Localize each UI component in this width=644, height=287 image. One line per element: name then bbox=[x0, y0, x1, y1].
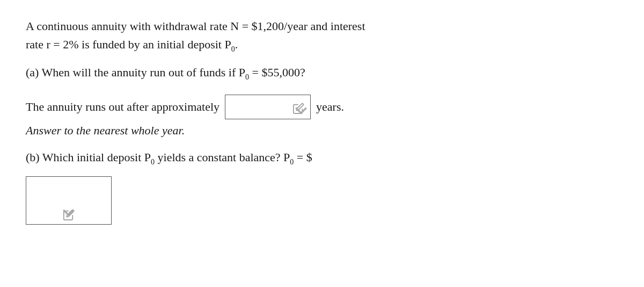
part-b-text: Which initial deposit P bbox=[42, 150, 151, 164]
answer-suffix: years. bbox=[316, 98, 344, 116]
part-a-label: (a) bbox=[26, 66, 39, 79]
part-b-yields: yields a constant balance? P bbox=[155, 150, 290, 164]
problem-intro: A continuous annuity with withdrawal rat… bbox=[26, 17, 618, 54]
part-b-answer-row bbox=[26, 176, 618, 225]
answer-box-b[interactable] bbox=[26, 176, 112, 225]
pencil-icon-a[interactable] bbox=[291, 99, 306, 114]
answer-note: Answer to the nearest whole year. bbox=[26, 124, 618, 138]
part-a-question: (a) When will the annuity run out of fun… bbox=[26, 63, 618, 82]
answer-prefix: The annuity runs out after approximately bbox=[26, 98, 219, 116]
intro-end: . bbox=[235, 38, 238, 51]
part-b-sub: 0 bbox=[151, 158, 155, 166]
answer-input-a[interactable] bbox=[230, 100, 289, 114]
part-b-label: (b) bbox=[26, 150, 40, 164]
intro-sub-p0: 0 bbox=[231, 45, 235, 53]
intro-line1: A continuous annuity with withdrawal rat… bbox=[26, 19, 365, 33]
pencil-icon-b[interactable] bbox=[63, 209, 75, 222]
page-container: A continuous annuity with withdrawal rat… bbox=[0, 0, 644, 287]
part-b-end2: = $ bbox=[294, 150, 312, 164]
part-b-sub2: 0 bbox=[290, 158, 294, 166]
intro-line2: rate r = 2% is funded by an initial depo… bbox=[26, 38, 231, 51]
part-a-end: = $55,000? bbox=[249, 66, 305, 79]
part-a-answer-row: The annuity runs out after approximately… bbox=[26, 95, 618, 119]
part-a-text: When will the annuity run out of funds i… bbox=[42, 66, 245, 79]
part-a-sub: 0 bbox=[245, 73, 249, 81]
part-b-question: (b) Which initial deposit P0 yields a co… bbox=[26, 148, 618, 167]
answer-box-a[interactable] bbox=[225, 95, 311, 119]
